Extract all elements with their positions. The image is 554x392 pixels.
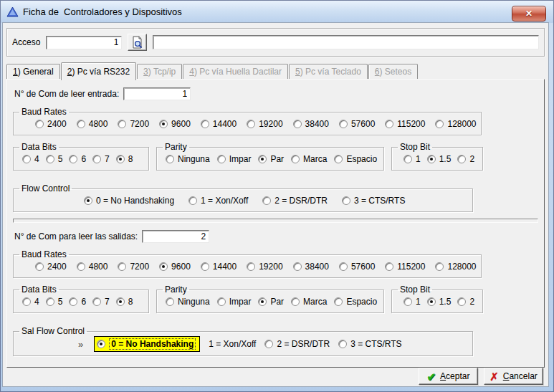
radio-espacio[interactable]: Espacio: [334, 297, 377, 307]
data-bits-legend: Data Bits: [19, 142, 59, 152]
stop-bit-legend: Stop Bit: [398, 285, 432, 295]
radio-128000[interactable]: 128000: [435, 262, 476, 272]
com-salidas-input[interactable]: [142, 230, 209, 243]
radio-label: 2 = DSR/DTR: [274, 196, 328, 206]
radio-5[interactable]: 5: [46, 297, 63, 307]
radio-38400[interactable]: 38400: [293, 119, 329, 129]
close-button[interactable]: ✕: [512, 6, 546, 21]
baud-rates-group-salidas: Baud Rates 24004800720096001440019200384…: [13, 249, 482, 278]
radio-label: 8: [128, 297, 133, 307]
radio-ninguna[interactable]: Ninguna: [166, 297, 210, 307]
radio-7200[interactable]: 7200: [118, 119, 149, 129]
radio-115200[interactable]: 115200: [385, 262, 425, 272]
radio-19200[interactable]: 19200: [247, 119, 282, 129]
radio-circle: [427, 297, 436, 306]
radio-circle: [77, 120, 85, 128]
radio-38400[interactable]: 38400: [293, 262, 329, 272]
radio-2400[interactable]: 2400: [35, 262, 67, 272]
radio-7[interactable]: 7: [92, 154, 110, 164]
radio-0-no-handshaking[interactable]: 0 = No Handshaking: [84, 196, 174, 206]
radio-marca[interactable]: Marca: [291, 297, 327, 307]
lookup-button[interactable]: [128, 34, 147, 51]
radio-5[interactable]: 5: [46, 154, 63, 164]
radio-9600[interactable]: 9600: [159, 262, 191, 272]
com-entrada-row: N° de Com de leer entrada:: [14, 87, 538, 100]
radio-14400[interactable]: 14400: [201, 262, 237, 272]
radio-8[interactable]: 8: [116, 154, 133, 164]
radio-circle: [217, 297, 226, 306]
radio-7[interactable]: 7: [92, 297, 110, 307]
radio-6[interactable]: 6: [69, 154, 86, 164]
radio-ninguna[interactable]: Ninguna: [166, 154, 210, 164]
radio-4800[interactable]: 4800: [77, 119, 108, 129]
radio-label: 4: [34, 297, 39, 307]
com-salidas-row: N° de Com para leer las salidas:: [14, 230, 538, 243]
radio-14400[interactable]: 14400: [201, 119, 237, 129]
radio-19200[interactable]: 19200: [247, 262, 282, 272]
radio-label: 57600: [351, 262, 375, 272]
radio-circle: [403, 297, 412, 306]
tab-5-pc-v-a-teclado: 5) Pc vía Teclado: [289, 64, 368, 79]
radio-1-5[interactable]: 1.5: [427, 154, 452, 164]
radio-115200[interactable]: 115200: [385, 119, 425, 129]
radio-9600[interactable]: 9600: [159, 119, 191, 129]
radio-par[interactable]: Par: [258, 297, 284, 307]
radio-par[interactable]: Par: [258, 154, 284, 164]
radio-57600[interactable]: 57600: [339, 262, 375, 272]
cancelar-label: Cancelar: [503, 371, 538, 381]
tab-1-general[interactable]: 1) General: [6, 64, 60, 79]
radio-4[interactable]: 4: [22, 154, 39, 164]
radio-label: 9600: [171, 119, 191, 129]
radio-2-dsr-dtr[interactable]: 2 = DSR/DTR: [264, 339, 330, 349]
cancelar-button[interactable]: ✗ Cancelar: [484, 368, 543, 385]
radio-circle: [334, 155, 343, 163]
radio-4800[interactable]: 4800: [77, 262, 108, 272]
tab-strip: 1) General2) Pc vía RS2323) Tcp/ip4) Pc …: [6, 62, 548, 79]
radio-6[interactable]: 6: [69, 297, 86, 307]
flow-control-radios: 0 = No Handshaking1 = Xon/Xoff2 = DSR/DT…: [18, 193, 468, 208]
radio-impar[interactable]: Impar: [217, 297, 252, 307]
data-bits-legend: Data Bits: [19, 285, 59, 295]
radio-impar[interactable]: Impar: [217, 154, 252, 164]
radio-label: 1.5: [439, 297, 452, 307]
radio-circle: [22, 155, 31, 163]
radio-1-xon-xoff[interactable]: 1 = Xon/Xoff: [188, 196, 248, 206]
radio-marca[interactable]: Marca: [291, 154, 327, 164]
radio-label: 8: [128, 154, 133, 164]
radio-label: 1.5: [439, 154, 452, 164]
radio-circle: [334, 297, 343, 306]
radio-1-5[interactable]: 1.5: [427, 297, 452, 307]
radio-0-no-handshaking[interactable]: 0 = No Handshaking: [94, 336, 200, 352]
radio-7200[interactable]: 7200: [118, 262, 149, 272]
radio-2400[interactable]: 2400: [35, 119, 67, 129]
line-settings-row-entrada: Data Bits 45678 Parity NingunaImparParMa…: [13, 142, 538, 177]
radio-4[interactable]: 4: [22, 297, 39, 307]
description-field[interactable]: [153, 35, 539, 49]
radio-circle: [247, 120, 255, 128]
parity-legend: Parity: [163, 142, 189, 152]
radio-1[interactable]: 1: [403, 297, 421, 307]
radio-circle: [116, 297, 125, 306]
radio-2-dsr-dtr[interactable]: 2 = DSR/DTR: [262, 196, 328, 206]
radio-2[interactable]: 2: [457, 154, 474, 164]
radio-espacio[interactable]: Espacio: [334, 154, 377, 164]
acceso-input[interactable]: [46, 36, 122, 49]
radio-1[interactable]: 1: [403, 154, 421, 164]
aceptar-button[interactable]: ✔ Aceptar: [419, 368, 478, 385]
radio-2[interactable]: 2: [457, 297, 474, 307]
com-entrada-input[interactable]: [123, 87, 191, 100]
radio-circle: [166, 297, 174, 306]
com-salidas-label: N° de Com para leer las salidas:: [14, 231, 138, 242]
tab-2-pc-v-a-rs232[interactable]: 2) Pc vía RS232: [61, 62, 136, 80]
radio-3-cts-rts[interactable]: 3 = CTS/RTS: [338, 339, 401, 349]
radio-8[interactable]: 8: [116, 297, 133, 307]
radio-circle: [166, 155, 174, 163]
radio-128000[interactable]: 128000: [435, 119, 476, 129]
radio-3-cts-rts[interactable]: 3 = CTS/RTS: [342, 196, 405, 206]
radio-1-xon-xoff[interactable]: 1 = Xon/Xoff: [209, 339, 256, 349]
radio-label: 6: [81, 297, 86, 307]
radio-label: 0 = No Handshaking: [96, 196, 174, 206]
radio-57600[interactable]: 57600: [339, 119, 375, 129]
radio-circle: [35, 262, 44, 271]
data-bits-group-entrada: Data Bits 45678: [13, 142, 149, 171]
